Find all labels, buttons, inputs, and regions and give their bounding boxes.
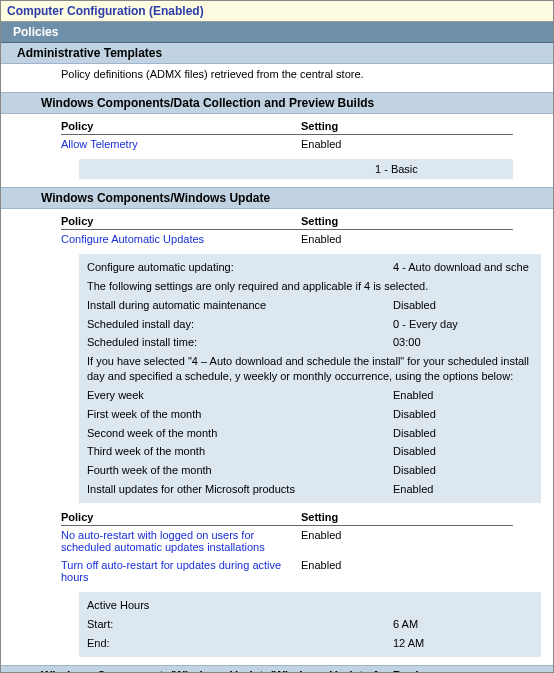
column-headers: Policy Setting bbox=[61, 509, 513, 526]
detail-label: End: bbox=[87, 636, 393, 651]
setting-value: Enabled bbox=[301, 233, 553, 245]
detail-value: Enabled bbox=[393, 482, 533, 497]
col-policy: Policy bbox=[61, 511, 301, 523]
col-setting: Setting bbox=[301, 215, 513, 227]
detail-value: 4 - Auto download and sche bbox=[393, 260, 533, 275]
telemetry-label bbox=[87, 163, 375, 175]
section-data-collection: Windows Components/Data Collection and P… bbox=[1, 92, 553, 114]
detail-label: Install updates for other Microsoft prod… bbox=[87, 482, 393, 497]
detail-label: Install during automatic maintenance bbox=[87, 298, 393, 313]
policy-definitions-note: Policy definitions (ADMX files) retrieve… bbox=[1, 64, 553, 84]
policy-link-allow-telemetry[interactable]: Allow Telemetry bbox=[61, 138, 301, 150]
detail-value: Enabled bbox=[393, 388, 533, 403]
config-header: Computer Configuration (Enabled) bbox=[1, 1, 553, 22]
col-setting: Setting bbox=[301, 511, 513, 523]
setting-value: Enabled bbox=[301, 138, 553, 150]
policy-row-configure-au: Configure Automatic Updates Enabled bbox=[1, 230, 553, 248]
detail-value: Disabled bbox=[393, 444, 533, 459]
active-hours-details: Active Hours Start:6 AM End:12 AM bbox=[79, 592, 541, 657]
policy-link-turnoff-restart-active-hours[interactable]: Turn off auto-restart for updates during… bbox=[61, 559, 301, 583]
detail-value: Disabled bbox=[393, 463, 533, 478]
detail-label: Every week bbox=[87, 388, 393, 403]
policy-row-no-auto-restart: No auto-restart with logged on users for… bbox=[1, 526, 553, 556]
detail-label: Configure automatic updating: bbox=[87, 260, 393, 275]
detail-value: Disabled bbox=[393, 298, 533, 313]
detail-value: 6 AM bbox=[393, 617, 533, 632]
policy-row-turnoff-restart-active-hours: Turn off auto-restart for updates during… bbox=[1, 556, 553, 586]
policy-link-configure-au[interactable]: Configure Automatic Updates bbox=[61, 233, 301, 245]
col-policy: Policy bbox=[61, 215, 301, 227]
detail-label: Third week of the month bbox=[87, 444, 393, 459]
admin-templates-header: Administrative Templates bbox=[1, 43, 553, 64]
setting-value: Enabled bbox=[301, 529, 553, 553]
column-headers: Policy Setting bbox=[61, 213, 513, 230]
setting-value: Enabled bbox=[301, 559, 553, 583]
detail-label: Fourth week of the month bbox=[87, 463, 393, 478]
section-wufb: Windows Components/Windows Update/Window… bbox=[1, 665, 553, 674]
policy-row-allow-telemetry: Allow Telemetry Enabled bbox=[1, 135, 553, 153]
detail-value: Disabled bbox=[393, 407, 533, 422]
active-hours-title: Active Hours bbox=[87, 596, 533, 615]
telemetry-value: 1 - Basic bbox=[375, 163, 505, 175]
col-setting: Setting bbox=[301, 120, 513, 132]
au-details: Configure automatic updating:4 - Auto do… bbox=[79, 254, 541, 503]
policies-header: Policies bbox=[1, 22, 553, 43]
detail-label: Second week of the month bbox=[87, 426, 393, 441]
detail-label: Start: bbox=[87, 617, 393, 632]
policy-link-no-auto-restart[interactable]: No auto-restart with logged on users for… bbox=[61, 529, 301, 553]
column-headers: Policy Setting bbox=[61, 118, 513, 135]
col-policy: Policy bbox=[61, 120, 301, 132]
section-windows-update: Windows Components/Windows Update bbox=[1, 187, 553, 209]
detail-label: Scheduled install time: bbox=[87, 335, 393, 350]
detail-label: First week of the month bbox=[87, 407, 393, 422]
detail-value: 03:00 bbox=[393, 335, 533, 350]
detail-note: If you have selected "4 – Auto download … bbox=[87, 352, 533, 386]
telemetry-level-band: 1 - Basic bbox=[79, 159, 513, 179]
detail-value: 0 - Every day bbox=[393, 317, 533, 332]
detail-value: Disabled bbox=[393, 426, 533, 441]
detail-value: 12 AM bbox=[393, 636, 533, 651]
detail-label: Scheduled install day: bbox=[87, 317, 393, 332]
detail-note: The following settings are only required… bbox=[87, 277, 533, 296]
